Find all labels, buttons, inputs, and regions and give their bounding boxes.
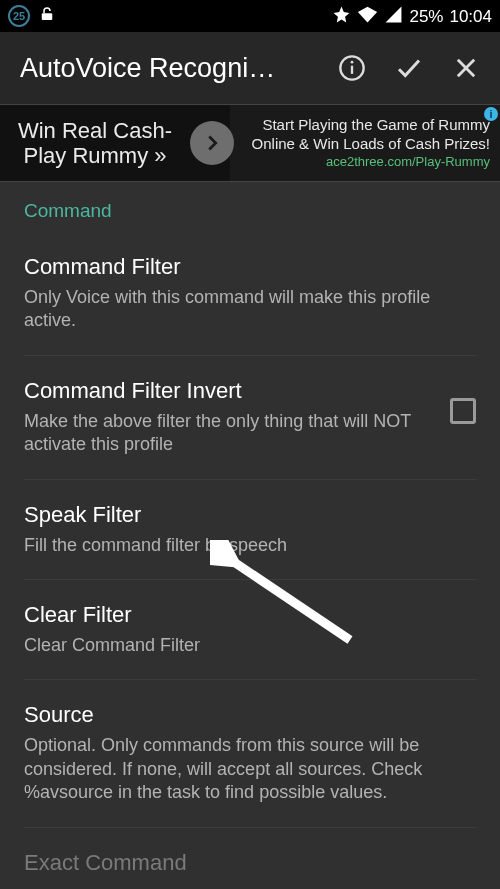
settings-list: Command Command Filter Only Voice with t… [0,182,500,889]
ad-right-line2: Online & Win Loads of Cash Prizes! [244,135,490,154]
item-sub: Fill the command filter by speech [24,534,476,557]
svg-rect-0 [42,13,53,20]
app-bar: AutoVoice Recogni… [0,32,500,104]
item-title: Source [24,702,476,728]
battery-pct: 25% [409,8,443,25]
ad-left-line1: Win Real Cash- [10,118,180,143]
item-command-filter-invert[interactable]: Command Filter Invert Make the above fil… [24,356,476,480]
item-sub: Optional. Only commands from this source… [24,734,476,804]
page-title: AutoVoice Recogni… [20,53,330,84]
item-sub: Only Voice with this command will make t… [24,286,476,333]
item-title: Clear Filter [24,602,476,628]
ad-banner[interactable]: Win Real Cash- Play Rummy » Start Playin… [0,104,500,182]
ad-url: ace2three.com/Play-Rummy [244,154,490,170]
ad-arrow-icon [190,121,234,165]
star-icon [332,5,351,27]
item-speak-filter[interactable]: Speak Filter Fill the command filter by … [24,480,476,580]
status-bar: 25 25% 10:04 [0,0,500,32]
item-command-filter[interactable]: Command Filter Only Voice with this comm… [24,232,476,356]
item-sub: Clear Command Filter [24,634,476,657]
item-title: Speak Filter [24,502,476,528]
ad-info-icon[interactable]: i [484,107,498,121]
item-sub: Make the above filter the only thing tha… [24,410,434,457]
item-title: Exact Command [24,850,476,876]
item-source[interactable]: Source Optional. Only commands from this… [24,680,476,827]
item-title: Command Filter [24,254,476,280]
info-button[interactable] [338,54,366,82]
unlock-icon [38,5,56,28]
close-button[interactable] [452,54,480,82]
item-exact-command[interactable]: Exact Command [24,828,476,889]
cell-signal-icon [384,5,403,27]
item-title: Command Filter Invert [24,378,434,404]
clock: 10:04 [449,8,492,25]
checkbox-icon [450,398,476,424]
notification-badge: 25 [8,5,30,27]
svg-point-3 [351,61,354,64]
ad-right-line1: Start Playing the Game of Rummy [244,116,490,135]
ad-left-line2: Play Rummy » [10,143,180,168]
confirm-button[interactable] [394,53,424,83]
status-right: 25% 10:04 [332,4,492,28]
section-header-command: Command [24,182,476,232]
wifi-icon [357,4,378,28]
ad-left-text: Win Real Cash- Play Rummy » [10,118,180,169]
item-clear-filter[interactable]: Clear Filter Clear Command Filter [24,580,476,680]
app-bar-actions [330,53,492,83]
checkbox-command-filter-invert[interactable] [450,398,476,424]
ad-right-text: Start Playing the Game of Rummy Online &… [244,116,490,170]
status-left: 25 [8,5,56,28]
